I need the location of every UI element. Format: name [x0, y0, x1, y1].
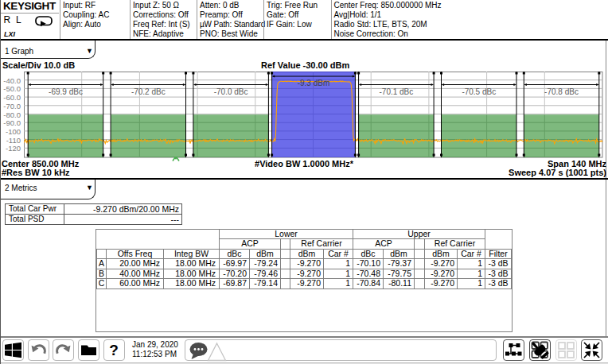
svg-text:-70.1 dBc: -70.1 dBc [379, 87, 413, 96]
svg-text:-70.8 dBc: -70.8 dBc [544, 87, 579, 96]
svg-text:-9.3 dBm: -9.3 dBm [298, 79, 330, 87]
svg-text:-69.9 dBc: -69.9 dBc [49, 87, 83, 96]
svg-text:-70.5 dBc: -70.5 dBc [462, 87, 496, 96]
svg-text:-70.2 dBc: -70.2 dBc [131, 87, 166, 96]
svg-text:-70.0 dBc: -70.0 dBc [214, 87, 248, 96]
